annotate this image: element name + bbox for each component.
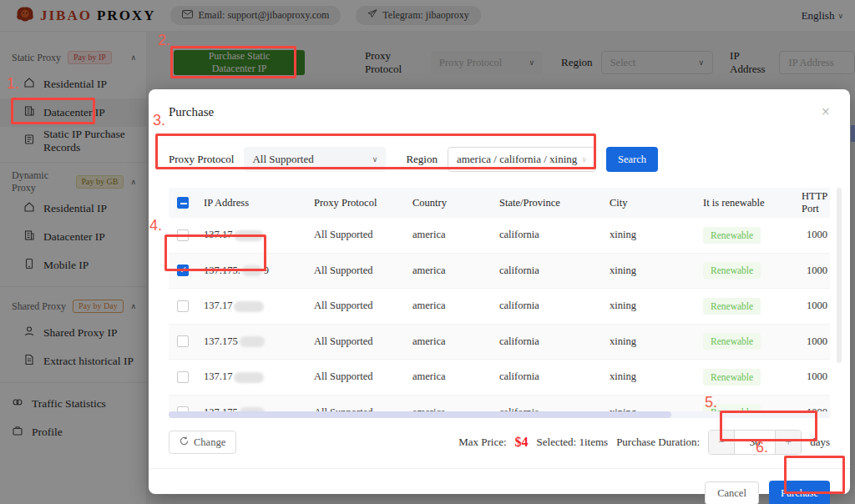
modal-bottom-bar: Change Max Price: $4 Selected: 1items Pu… — [169, 430, 830, 455]
protocol-cell: All Supported — [311, 370, 409, 383]
ip-table: IP Address Proxy Protocol Country State/… — [169, 188, 830, 418]
max-price-label: Max Price: — [458, 436, 506, 449]
protocol-cell: All Supported — [311, 229, 409, 241]
modal-region-label: Region — [406, 153, 438, 166]
column-header-renewable: It is renewable — [700, 197, 798, 209]
country-cell: america — [409, 300, 496, 312]
country-cell: america — [409, 335, 496, 348]
state-cell: california — [496, 335, 606, 348]
vertical-scrollbar-thumb[interactable] — [837, 188, 842, 363]
http-port-cell: 1000 — [798, 265, 830, 277]
max-price-value: $4 — [515, 435, 529, 450]
search-button[interactable]: Search — [606, 147, 658, 172]
row-checkbox[interactable] — [177, 300, 189, 312]
increment-button[interactable]: + — [776, 431, 801, 454]
select-value: All Supported — [252, 153, 313, 166]
http-port-cell: 1000 — [798, 370, 830, 383]
column-header-http-port: HTTP Port — [798, 190, 830, 215]
select-all-checkbox[interactable] — [177, 197, 189, 209]
column-header-protocol: Proxy Protocol — [311, 197, 409, 209]
city-cell: xining — [606, 370, 700, 383]
table-row-selected[interactable]: 137.175.9 All Supported america californ… — [169, 254, 830, 290]
cancel-button[interactable]: Cancel — [705, 481, 759, 504]
row-checkbox[interactable] — [177, 265, 189, 276]
purchase-button[interactable]: Purchase — [769, 481, 830, 504]
modal-filter-row: Proxy Protocol All Supported ∨ Region am… — [169, 146, 830, 173]
vertical-scrollbar[interactable] — [837, 188, 842, 380]
protocol-cell: All Supported — [311, 265, 409, 277]
duration-input[interactable]: 30 — [734, 431, 776, 454]
masked-ip-segment — [234, 301, 264, 312]
city-cell: xining — [606, 265, 700, 277]
change-button-label: Change — [194, 436, 225, 449]
column-header-state: State/Province — [496, 197, 606, 209]
table-header-row: IP Address Proxy Protocol Country State/… — [169, 188, 830, 218]
city-cell: xining — [606, 335, 700, 348]
horizontal-scrollbar-thumb[interactable] — [169, 411, 671, 418]
change-button[interactable]: Change — [169, 431, 236, 454]
country-cell: america — [409, 265, 496, 277]
table-row[interactable]: 137.175 All Supported america california… — [169, 325, 830, 360]
column-header-ip: IP Address — [200, 197, 311, 209]
purchase-modal: Purchase × Proxy Protocol All Supported … — [149, 89, 850, 494]
modal-proxy-protocol-select[interactable]: All Supported ∨ — [244, 147, 386, 172]
http-port-cell: 1000 — [798, 229, 830, 241]
browser-scrollbar-thumb[interactable] — [851, 125, 855, 142]
table-body: 137.17 All Supported america california … — [169, 218, 830, 418]
renewable-badge: Renewable — [703, 227, 761, 244]
masked-ip-segment — [234, 372, 264, 383]
http-port-cell: 1000 — [798, 335, 830, 348]
ip-address-cell: 137.17 — [200, 370, 311, 383]
selected-count-text: Selected: 1items — [537, 436, 609, 449]
http-port-cell: 1000 — [798, 300, 830, 312]
state-cell: california — [496, 370, 606, 383]
table-row[interactable]: 137.17 All Supported america california … — [169, 289, 830, 325]
city-cell: xining — [606, 300, 700, 312]
city-cell: xining — [606, 229, 700, 241]
row-checkbox[interactable] — [177, 335, 189, 347]
chevron-down-icon: ∨ — [581, 155, 587, 164]
table-row[interactable]: 137.17 All Supported america california … — [169, 360, 830, 396]
refresh-icon — [180, 436, 189, 449]
modal-region-select[interactable]: america / california / xining ∨ — [448, 147, 596, 172]
modal-title: Purchase — [169, 105, 214, 119]
state-cell: california — [496, 229, 606, 241]
ip-address-cell: 137.175.9 — [200, 265, 311, 277]
country-cell: america — [409, 370, 496, 383]
renewable-badge: Renewable — [703, 333, 761, 350]
ip-address-cell: 137.175 — [200, 335, 311, 348]
ip-address-cell: 137.17 — [200, 229, 311, 241]
row-checkbox[interactable] — [177, 371, 189, 383]
renewable-badge: Renewable — [703, 262, 761, 279]
duration-unit-label: days — [810, 436, 830, 449]
select-value: america / california / xining — [457, 153, 577, 166]
renewable-badge: Renewable — [703, 369, 761, 386]
country-cell: america — [409, 229, 496, 241]
screen: JIBAO PROXY Email: support@jibaoproxy.co… — [0, 0, 855, 504]
duration-stepper: − 30 + — [708, 430, 802, 455]
masked-ip-segment — [242, 265, 262, 276]
column-header-country: Country — [409, 197, 496, 209]
decrement-button[interactable]: − — [709, 431, 734, 454]
close-icon[interactable]: × — [822, 104, 830, 119]
masked-ip-segment — [234, 230, 264, 241]
modal-footer: Cancel Purchase — [169, 469, 830, 504]
protocol-cell: All Supported — [311, 335, 409, 348]
row-checkbox[interactable] — [177, 229, 189, 241]
state-cell: california — [496, 265, 606, 277]
purchase-duration-label: Purchase Duration: — [616, 436, 700, 449]
ip-address-cell: 137.17 — [200, 300, 311, 312]
chevron-down-icon: ∨ — [372, 155, 378, 164]
masked-ip-segment — [240, 336, 265, 347]
modal-proxy-protocol-label: Proxy Protocol — [169, 153, 234, 166]
table-row[interactable]: 137.17 All Supported america california … — [169, 218, 830, 254]
protocol-cell: All Supported — [311, 300, 409, 312]
horizontal-scrollbar[interactable] — [169, 411, 830, 418]
column-header-city: City — [606, 197, 700, 209]
state-cell: california — [496, 300, 606, 312]
renewable-badge: Renewable — [703, 298, 761, 315]
